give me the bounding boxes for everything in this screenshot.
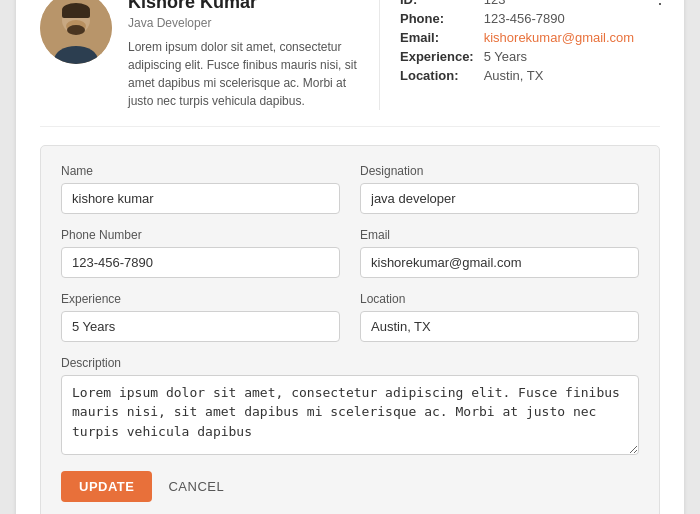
location-input[interactable]	[360, 311, 639, 342]
cancel-button[interactable]: CANCEL	[168, 479, 224, 494]
designation-group: Designation	[360, 164, 639, 214]
profile-name: Kishore Kumar	[128, 0, 359, 13]
profile-header: Kishore Kumar Java Developer Lorem ipsum…	[40, 0, 660, 127]
description-label: Description	[61, 356, 639, 370]
profile-bio: Lorem ipsum dolor sit amet, consectetur …	[128, 38, 359, 110]
experience-group: Experience	[61, 292, 340, 342]
location-field-label: Location	[360, 292, 639, 306]
name-label: Name	[61, 164, 340, 178]
phone-input[interactable]	[61, 247, 340, 278]
location-value: Austin, TX	[484, 68, 660, 83]
button-row: UPDATE CANCEL	[61, 471, 639, 502]
phone-label: Phone:	[400, 11, 474, 26]
form-row-3: Experience Location	[61, 292, 639, 342]
experience-label: Experience:	[400, 49, 474, 64]
email-label: Email:	[400, 30, 474, 45]
edit-form: Name Designation Phone Number Email Expe…	[40, 145, 660, 515]
name-group: Name	[61, 164, 340, 214]
update-button[interactable]: UPDATE	[61, 471, 152, 502]
form-row-1: Name Designation	[61, 164, 639, 214]
description-group: Description	[61, 356, 639, 455]
phone-group: Phone Number	[61, 228, 340, 278]
id-label: ID:	[400, 0, 474, 7]
phone-number-label: Phone Number	[61, 228, 340, 242]
email-field-label: Email	[360, 228, 639, 242]
profile-info: Kishore Kumar Java Developer Lorem ipsum…	[128, 0, 359, 110]
more-options-icon[interactable]: ⋮	[651, 0, 670, 8]
email-input[interactable]	[360, 247, 639, 278]
email-group: Email	[360, 228, 639, 278]
form-row-2: Phone Number Email	[61, 228, 639, 278]
experience-field-label: Experience	[61, 292, 340, 306]
form-row-4: Description	[61, 356, 639, 455]
phone-value: 123-456-7890	[484, 11, 660, 26]
experience-input[interactable]	[61, 311, 340, 342]
svg-point-6	[67, 25, 85, 35]
profile-details: ID: 123 Phone: 123-456-7890 Email: kisho…	[400, 0, 660, 110]
designation-input[interactable]	[360, 183, 639, 214]
profile-left: Kishore Kumar Java Developer Lorem ipsum…	[40, 0, 380, 110]
svg-rect-4	[62, 10, 90, 18]
avatar	[40, 0, 112, 64]
email-value: kishorekumar@gmail.com	[484, 30, 660, 45]
profile-card: ⋮	[16, 0, 684, 514]
description-textarea[interactable]	[61, 375, 639, 455]
designation-label: Designation	[360, 164, 639, 178]
name-input[interactable]	[61, 183, 340, 214]
experience-value: 5 Years	[484, 49, 660, 64]
location-label: Location:	[400, 68, 474, 83]
profile-designation: Java Developer	[128, 16, 359, 30]
location-group: Location	[360, 292, 639, 342]
id-value: 123	[484, 0, 660, 7]
